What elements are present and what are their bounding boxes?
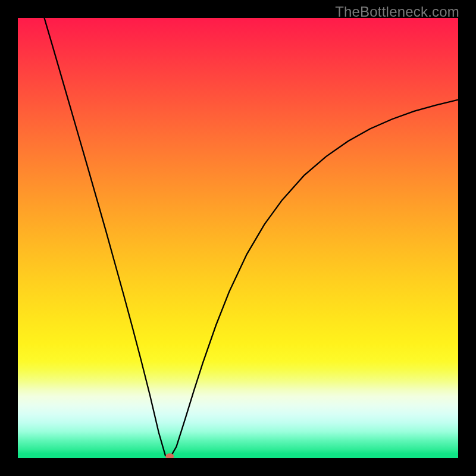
plot-area <box>18 18 458 458</box>
curve-left-branch <box>44 18 170 458</box>
curve-right-branch <box>170 100 458 458</box>
chart-frame: TheBottleneck.com <box>0 0 476 476</box>
watermark-text: TheBottleneck.com <box>335 4 459 20</box>
curve-layer <box>18 18 458 458</box>
